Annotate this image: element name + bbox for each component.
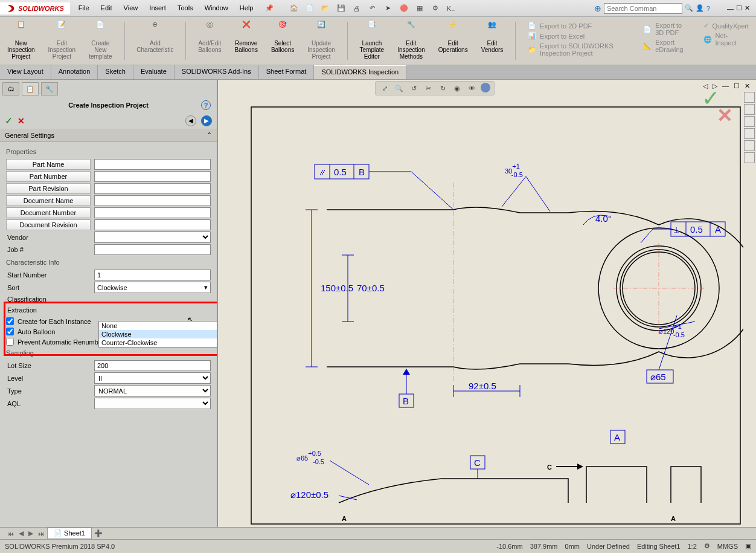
net-inspect[interactable]: 🌐Net-Inspect — [703, 32, 749, 47]
taskpane-design-library-icon[interactable] — [744, 104, 755, 115]
export-2d-pdf[interactable]: 📄Export to 2D PDF — [528, 22, 630, 30]
help-icon[interactable]: ? — [706, 5, 710, 12]
search-go-icon[interactable]: 🔍 — [685, 4, 693, 12]
vendor-select[interactable] — [94, 231, 211, 243]
tab-sw-inspection[interactable]: SOLIDWORKS Inspection — [314, 65, 406, 79]
general-settings-header[interactable]: General Settings⌃ — [0, 129, 217, 142]
prevent-renumber-checkbox[interactable] — [6, 338, 14, 346]
close-doc-icon[interactable]: ✕ — [745, 82, 750, 90]
export-3d-pdf[interactable]: 📄Export to 3D PDF — [643, 22, 690, 36]
taskpane-view-palette-icon[interactable] — [744, 128, 755, 139]
close-icon[interactable]: ✕ — [745, 4, 750, 12]
ribbon-edit-vendors[interactable]: 👥Edit Vendors — [479, 19, 506, 62]
status-units[interactable]: MMGS — [717, 543, 738, 550]
tab-sw-addins[interactable]: SOLIDWORKS Add-Ins — [175, 65, 259, 79]
next-sheet-icon[interactable]: ▶ — [26, 529, 36, 537]
zoom-fit-icon[interactable]: ⤢ — [379, 83, 390, 94]
menu-view[interactable]: View — [119, 2, 143, 14]
display-icon[interactable]: ◉ — [452, 83, 463, 94]
add-sheet-icon[interactable]: ➕ — [92, 529, 105, 537]
document-name-input[interactable] — [94, 195, 211, 206]
part-number-button[interactable]: Part Number — [6, 171, 91, 182]
kb-icon[interactable]: K.. — [445, 2, 457, 15]
panel-help-icon[interactable]: ? — [201, 100, 211, 110]
job-input[interactable] — [94, 244, 211, 255]
start-number-input[interactable] — [94, 270, 211, 280]
menu-help[interactable]: Help — [235, 2, 258, 14]
sort-select[interactable]: Clockwise▾ — [94, 282, 211, 293]
prev-button[interactable]: ◀ — [185, 115, 196, 126]
panel-tab-tree[interactable]: 🗂 — [2, 82, 19, 95]
zoom-prev-icon[interactable]: ↺ — [408, 83, 419, 94]
ribbon-create-new-template[interactable]: 📄Create New template — [86, 19, 114, 62]
last-sheet-icon[interactable]: ⏭ — [36, 530, 47, 537]
tab-view-layout[interactable]: View Layout — [0, 65, 51, 79]
ok-button[interactable]: ✓ — [5, 115, 13, 126]
taskpane-resources-icon[interactable] — [744, 92, 755, 103]
cancel-button[interactable]: ✕ — [18, 116, 25, 126]
menu-pin-icon[interactable]: 📌 — [260, 2, 278, 14]
qualityxpert[interactable]: ✓QualityXpert — [703, 22, 749, 30]
tab-sheet-format[interactable]: Sheet Format — [259, 65, 315, 79]
prev-sheet-icon[interactable]: ◀ — [16, 529, 26, 537]
appearance-icon[interactable] — [481, 83, 490, 92]
user-icon[interactable]: 👤 — [696, 4, 704, 12]
ribbon-remove-balloons[interactable]: ❌Remove Balloons — [232, 19, 260, 62]
ribbon-update-inspection-project[interactable]: 🔄Update Inspection Project — [305, 19, 338, 62]
ribbon-select-balloons[interactable]: 🎯Select Balloons — [269, 19, 296, 62]
status-scale[interactable]: 1:2 — [687, 543, 696, 550]
ribbon-new-inspection-project[interactable]: 📋New Inspection Project — [5, 19, 37, 62]
document-name-button[interactable]: Document Name — [6, 195, 91, 206]
undo-icon[interactable]: ↶ — [367, 2, 379, 15]
panel-tab-property[interactable]: 📋 — [22, 82, 39, 95]
max-doc-icon[interactable]: ☐ — [734, 82, 740, 90]
document-revision-button[interactable]: Document Revision — [6, 219, 91, 230]
auto-balloon-checkbox[interactable] — [6, 328, 14, 335]
status-extra-icon[interactable]: ▣ — [745, 542, 751, 550]
rotate-icon[interactable]: ↻ — [437, 83, 448, 94]
taskpane-file-explorer-icon[interactable] — [744, 116, 755, 127]
minimize-icon[interactable]: — — [727, 5, 734, 12]
sheet-tab-1[interactable]: 📄 Sheet1 — [47, 528, 92, 539]
menu-file[interactable]: File — [74, 2, 94, 14]
save-icon[interactable]: 💾 — [335, 2, 347, 15]
collapse-icon[interactable]: ⌃ — [207, 131, 212, 139]
export-excel[interactable]: 📊Export to Excel — [528, 32, 630, 40]
drawing-viewport[interactable]: ⤢ 🔍 ↺ ✂ ↻ ◉ 👁 ◁ ▷ — ☐ ✕ ✓ ✕ — [217, 80, 756, 527]
export-sw-inspection[interactable]: 📁Export to SOLIDWORKS Inspection Project — [528, 42, 630, 57]
level-select[interactable]: II — [94, 372, 211, 384]
document-revision-input[interactable] — [94, 219, 211, 230]
document-number-input[interactable] — [94, 207, 211, 218]
export-edrawing[interactable]: 📐Export eDrawing — [643, 39, 690, 53]
aql-select[interactable] — [94, 398, 211, 409]
part-number-input[interactable] — [94, 171, 211, 182]
settings-icon[interactable]: ⚙ — [429, 2, 441, 15]
menu-window[interactable]: Window — [200, 2, 233, 14]
document-number-button[interactable]: Document Number — [6, 207, 91, 218]
sort-option-counter-clockwise[interactable]: Counter-Clockwise — [99, 338, 217, 347]
part-revision-button[interactable]: Part Revision — [6, 183, 91, 194]
ribbon-add-characteristic[interactable]: ⊕Add Characteristic — [134, 19, 176, 62]
create-each-instance-checkbox[interactable] — [6, 317, 14, 325]
panel-tab-config[interactable]: 🔧 — [41, 82, 58, 95]
next-button[interactable]: ▶ — [201, 115, 212, 126]
ribbon-launch-template-editor[interactable]: 📑Launch Template Editor — [357, 19, 387, 62]
status-options-icon[interactable]: ⚙ — [704, 542, 710, 550]
menu-insert[interactable]: Insert — [144, 2, 171, 14]
new-icon[interactable]: 📄 — [304, 2, 316, 15]
hide-show-icon[interactable]: 👁 — [466, 83, 477, 94]
lot-size-input[interactable] — [94, 360, 211, 371]
ribbon-edit-inspection-methods[interactable]: 🔧Edit Inspection Methods — [395, 19, 428, 62]
restore-icon[interactable]: ☐ — [736, 4, 742, 12]
part-name-button[interactable]: Part Name — [6, 159, 91, 170]
zoom-area-icon[interactable]: 🔍 — [394, 83, 405, 94]
first-sheet-icon[interactable]: ⏮ — [5, 530, 16, 537]
options-icon[interactable]: ▦ — [414, 2, 426, 15]
sort-option-none[interactable]: None — [99, 322, 217, 330]
menu-tools[interactable]: Tools — [173, 2, 198, 14]
ribbon-edit-operations[interactable]: ⚡Edit Operations — [436, 19, 470, 62]
min-doc-icon[interactable]: — — [722, 82, 729, 90]
search-input[interactable] — [604, 3, 682, 14]
part-revision-input[interactable] — [94, 183, 211, 194]
tab-evaluate[interactable]: Evaluate — [133, 65, 175, 79]
